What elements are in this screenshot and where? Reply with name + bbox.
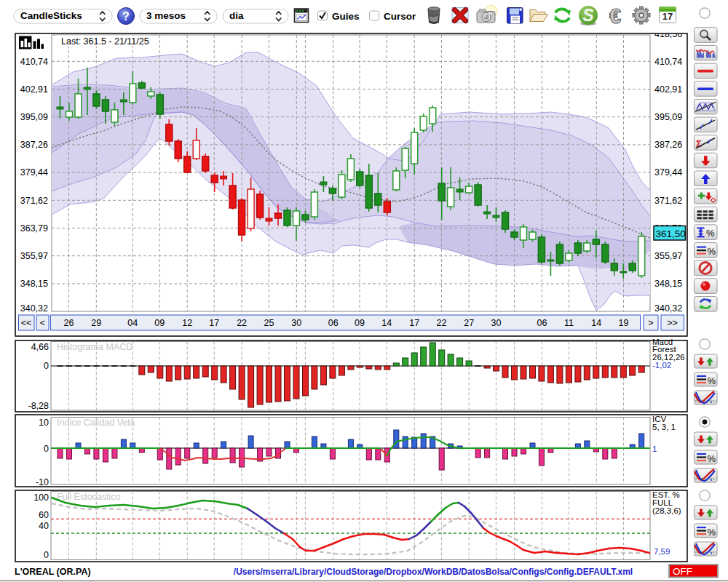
svg-text:395,09: 395,09 <box>654 112 682 122</box>
svg-text:0: 0 <box>44 361 49 371</box>
svg-text:402,91: 402,91 <box>654 84 682 95</box>
svg-text:CandleSticks: CandleSticks <box>20 10 82 21</box>
svg-text:%: % <box>708 246 716 257</box>
svg-text:-1,02: -1,02 <box>652 361 671 370</box>
svg-text:17: 17 <box>209 318 219 328</box>
svg-text:1: 1 <box>652 445 657 453</box>
svg-text:387,26: 387,26 <box>20 140 48 150</box>
svg-text:06: 06 <box>328 318 339 328</box>
svg-text:04: 04 <box>127 318 138 328</box>
svg-text:17: 17 <box>409 318 419 328</box>
svg-text:?: ? <box>122 10 130 23</box>
svg-text:100: 100 <box>33 493 49 503</box>
svg-text:17: 17 <box>662 11 673 22</box>
svg-text:361,50: 361,50 <box>656 228 686 239</box>
svg-text:22: 22 <box>436 318 446 328</box>
svg-text:%: % <box>708 527 716 538</box>
svg-text:19: 19 <box>619 318 629 328</box>
svg-text:26,12,26: 26,12,26 <box>652 353 685 362</box>
svg-text:10: 10 <box>39 418 49 428</box>
svg-text:26: 26 <box>63 318 74 328</box>
svg-text:09: 09 <box>154 318 165 328</box>
svg-text:OFF: OFF <box>673 566 692 577</box>
svg-text:09: 09 <box>355 318 365 328</box>
svg-text:60: 60 <box>39 510 49 520</box>
svg-text:348,15: 348,15 <box>654 279 682 289</box>
svg-text:402,91: 402,91 <box>20 84 48 95</box>
svg-text:29: 29 <box>91 318 101 328</box>
svg-text:>>: >> <box>667 318 678 328</box>
svg-text:12: 12 <box>182 318 192 328</box>
svg-text:0: 0 <box>44 550 49 560</box>
svg-text:3 mesos: 3 mesos <box>146 10 186 21</box>
svg-text:-8,28: -8,28 <box>28 401 50 411</box>
svg-text:Histograma MACD: Histograma MACD <box>57 342 132 352</box>
svg-text:<: < <box>40 318 45 328</box>
svg-text:4,66: 4,66 <box>31 342 49 352</box>
svg-text:22: 22 <box>237 318 247 328</box>
svg-text:Indice Calidad Vela: Indice Calidad Vela <box>57 418 135 428</box>
svg-text:348,15: 348,15 <box>20 279 48 289</box>
svg-text:L'OREAL (OR.PA): L'OREAL (OR.PA) <box>15 567 91 577</box>
svg-text:30: 30 <box>491 318 501 328</box>
svg-text:Full Estocastico: Full Estocastico <box>57 492 121 502</box>
svg-text:€: € <box>609 4 621 28</box>
svg-text:/Users/mserra/Library/CloudSto: /Users/mserra/Library/CloudStorage/Dropb… <box>234 567 633 577</box>
svg-text:0: 0 <box>44 444 49 454</box>
svg-text:<<: << <box>21 318 32 328</box>
svg-text:395,09: 395,09 <box>20 112 48 122</box>
svg-text:-10: -10 <box>36 477 49 487</box>
svg-text:340,32: 340,32 <box>654 303 682 314</box>
svg-text:%: % <box>706 228 715 239</box>
svg-text:dia: dia <box>229 10 244 21</box>
svg-text:11: 11 <box>564 318 574 328</box>
svg-text:355,97: 355,97 <box>20 251 48 261</box>
svg-text:410,74: 410,74 <box>654 57 682 67</box>
svg-text:S: S <box>582 6 594 25</box>
svg-text:410,74: 410,74 <box>20 57 48 67</box>
svg-text:27: 27 <box>464 318 474 328</box>
svg-text:340,32: 340,32 <box>20 303 48 314</box>
svg-text:7,59: 7,59 <box>654 547 670 556</box>
svg-text:371,62: 371,62 <box>20 196 48 206</box>
svg-text:%: % <box>708 453 716 464</box>
svg-text:387,26: 387,26 <box>654 140 682 150</box>
svg-text:355,97: 355,97 <box>654 251 682 261</box>
svg-text:%: % <box>708 375 716 386</box>
svg-text:5, 3, 1: 5, 3, 1 <box>652 423 676 431</box>
svg-text:ICV: ICV <box>652 415 667 423</box>
svg-text:06: 06 <box>537 318 547 328</box>
svg-text:Cursor: Cursor <box>384 11 416 22</box>
svg-text:Last: 361.5 - 21/11/25: Last: 361.5 - 21/11/25 <box>61 36 149 47</box>
svg-text:(28,3,6): (28,3,6) <box>652 506 681 515</box>
svg-text:371,62: 371,62 <box>654 196 682 206</box>
svg-text:30: 30 <box>291 318 301 328</box>
svg-text:14: 14 <box>591 318 601 328</box>
svg-text:Guies: Guies <box>332 11 360 22</box>
svg-text:14: 14 <box>381 318 392 328</box>
svg-text:379,44: 379,44 <box>654 167 682 178</box>
svg-text:379,44: 379,44 <box>20 167 48 178</box>
svg-text:40: 40 <box>39 521 49 531</box>
svg-text:25: 25 <box>264 318 274 328</box>
svg-text:363,79: 363,79 <box>20 223 48 234</box>
svg-text:>: > <box>648 318 653 328</box>
